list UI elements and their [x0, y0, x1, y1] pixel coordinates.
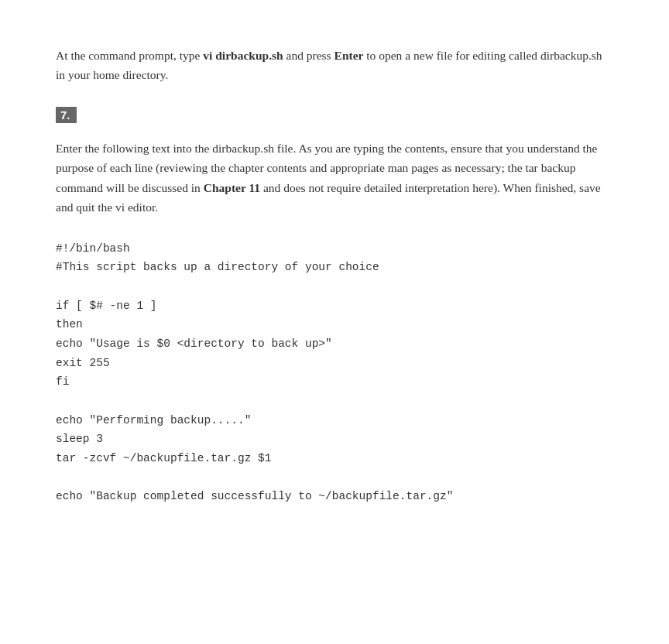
code-line: echo "Performing backup.....": [56, 411, 613, 430]
code-line: then: [56, 315, 613, 334]
code-block: #!/bin/bash#This script backs up a direc…: [56, 239, 613, 506]
code-line: #!/bin/bash: [56, 239, 613, 259]
intro-text-before-bold1: At the command prompt, type: [56, 49, 203, 62]
intro-bold-enter: Enter: [334, 49, 364, 62]
code-line: sleep 3: [56, 430, 613, 449]
intro-text-after-bold1: and press: [283, 49, 334, 62]
code-empty-line: [56, 392, 613, 411]
code-empty-line: [56, 468, 613, 488]
step-chapter-bold: Chapter 11: [204, 181, 260, 194]
intro-bold-command: vi dirbackup.sh: [203, 49, 283, 62]
code-line: if [ $# -ne 1 ]: [56, 296, 613, 316]
code-line: echo "Usage is $0 <directory to back up>…: [56, 334, 613, 354]
code-line: fi: [56, 372, 613, 392]
step-number-label: 7.: [56, 107, 77, 123]
code-empty-line: [56, 277, 613, 296]
step-description: Enter the following text into the dirbac…: [56, 139, 613, 218]
intro-paragraph: At the command prompt, type vi dirbackup…: [56, 46, 613, 85]
code-line: #This script backs up a directory of you…: [56, 258, 613, 277]
code-line: exit 255: [56, 354, 613, 373]
code-line: tar -zcvf ~/backupfile.tar.gz $1: [56, 449, 613, 468]
step-number-badge: 7.: [56, 107, 613, 139]
code-line: echo "Backup completed successfully to ~…: [56, 487, 613, 506]
